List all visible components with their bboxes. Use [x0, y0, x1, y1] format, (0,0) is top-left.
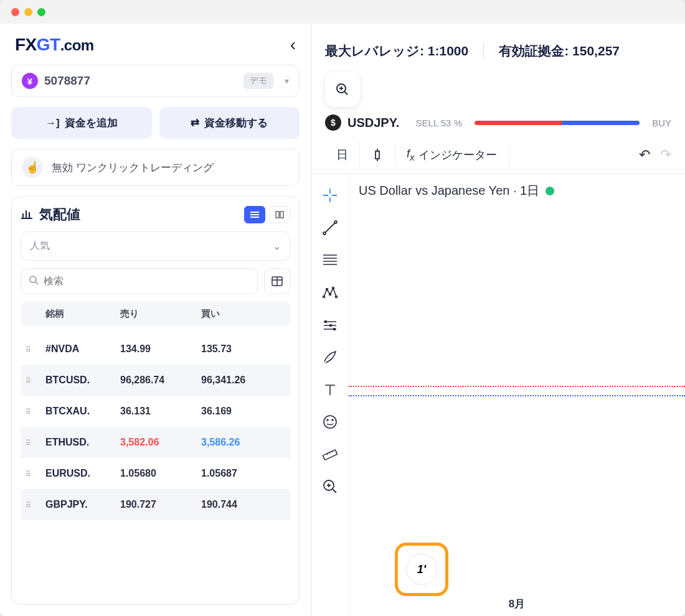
chart-toolbar: 日 fx インジケーター ↶ ↷: [311, 137, 685, 174]
move-funds-button[interactable]: ⇄ 資金移動する: [159, 107, 300, 139]
watchlist-title: 気配値: [39, 205, 80, 224]
text-tool-icon[interactable]: [319, 379, 341, 400]
demo-badge: デモ: [243, 73, 273, 89]
table-row[interactable]: ⠿ETHUSD.3,582.063,586.26: [21, 427, 290, 458]
collapse-sidebar-icon[interactable]: ‹: [290, 35, 296, 55]
minimize-window-icon[interactable]: [24, 8, 32, 16]
category-dropdown[interactable]: 人気 ⌄: [21, 231, 290, 261]
zoom-tool-icon[interactable]: [319, 476, 341, 497]
currency-yen-icon: ¥: [22, 73, 38, 89]
svg-point-16: [324, 416, 336, 428]
brand-logo: FXGT.com: [15, 35, 94, 55]
drawing-tools-rail: [311, 174, 349, 616]
pointer-icon: ☝: [22, 157, 43, 178]
drag-handle-icon[interactable]: ⠿: [26, 470, 30, 478]
drag-handle-icon[interactable]: ⠿: [26, 345, 30, 354]
sentiment-bar: [475, 121, 640, 125]
svg-point-13: [324, 321, 326, 323]
chart-type-button[interactable]: [360, 143, 395, 167]
buy-sentiment: BUY: [652, 118, 671, 128]
sidebar: FXGT.com ‹ ¥ 5078877 デモ ▾ →] 資金を追加 ⇄ 資金移…: [0, 24, 311, 616]
bid-line: [349, 395, 685, 396]
svg-point-14: [329, 325, 331, 327]
fib-tool-icon[interactable]: [319, 250, 341, 271]
svg-rect-1: [280, 212, 283, 218]
chart-panel: 最大レバレッジ: 1:1000 有効証拠金: 150,257 $ USDJPY.…: [311, 24, 685, 616]
svg-point-7: [334, 221, 337, 223]
maximize-window-icon[interactable]: [37, 8, 45, 16]
undo-button[interactable]: ↶: [639, 147, 650, 163]
timeframe-button[interactable]: 日: [325, 142, 360, 168]
watchlist-panel: 気配値 人気 ⌄: [11, 196, 300, 605]
ruler-tool-icon[interactable]: [319, 444, 341, 465]
search-icon: [29, 275, 39, 287]
trendline-tool-icon[interactable]: [319, 217, 341, 238]
crosshair-tool-icon[interactable]: [319, 185, 341, 206]
svg-point-18: [332, 419, 333, 421]
oneclick-trading-toggle[interactable]: ☝ 無効 ワンクリックトレーディング: [11, 149, 300, 186]
grid-view-button[interactable]: [269, 206, 290, 223]
dollar-icon: $: [325, 114, 341, 131]
list-view-button[interactable]: [244, 206, 265, 223]
instrument-header: $ USDJPY. SELL 53 % BUY: [311, 114, 685, 137]
chart-canvas[interactable]: US Dollar vs Japanese Yen · 1日 1' 8月: [349, 174, 685, 616]
chart-title: US Dollar vs Japanese Yen · 1日: [354, 182, 680, 199]
svg-point-6: [323, 232, 326, 235]
svg-rect-5: [376, 151, 379, 159]
table-settings-button[interactable]: [264, 268, 290, 294]
search-input-wrap: [21, 268, 258, 294]
instrument-symbol: USDJPY.: [347, 116, 399, 130]
drag-handle-icon[interactable]: ⠿: [26, 439, 30, 447]
brush-tool-icon[interactable]: [319, 347, 341, 368]
account-selector[interactable]: ¥ 5078877 デモ ▾: [11, 65, 300, 97]
x-axis-label: 8月: [509, 597, 525, 611]
svg-point-2: [30, 276, 36, 282]
transfer-icon: ⇄: [191, 116, 199, 129]
chevron-down-icon: ▾: [285, 76, 289, 86]
table-row[interactable]: ⠿BTCUSD.96,286.7496,341.26: [21, 365, 290, 396]
svg-point-17: [327, 419, 328, 421]
watchlist-header-row: 銘柄 売り 買い: [21, 302, 290, 326]
table-row[interactable]: ⠿EURUSD.1.056801.05687: [21, 458, 290, 489]
search-input[interactable]: [44, 276, 250, 287]
bars-icon: [21, 208, 33, 222]
account-number: 5078877: [44, 74, 237, 88]
pattern-tool-icon[interactable]: [319, 282, 341, 303]
market-open-icon: [546, 187, 554, 195]
forecast-tool-icon[interactable]: [319, 314, 341, 335]
add-funds-button[interactable]: →] 資金を追加: [11, 107, 152, 139]
close-window-icon[interactable]: [11, 8, 19, 16]
table-row[interactable]: ⠿#NVDA134.99135.73: [21, 334, 290, 365]
symbol-search-button[interactable]: [325, 72, 360, 107]
deposit-icon: →]: [45, 117, 60, 129]
tradingview-icon: 1': [406, 554, 437, 585]
drag-handle-icon[interactable]: ⠿: [26, 501, 30, 510]
emoji-tool-icon[interactable]: [319, 411, 341, 432]
sell-sentiment: SELL 53 %: [415, 118, 462, 128]
drag-handle-icon[interactable]: ⠿: [26, 408, 30, 416]
table-row[interactable]: ⠿GBPJPY.190.727190.744: [21, 489, 290, 520]
indicator-button[interactable]: fx インジケーター: [395, 142, 509, 167]
window-titlebar: [0, 0, 685, 24]
chevron-down-icon: ⌄: [273, 240, 281, 252]
svg-point-15: [333, 329, 335, 330]
svg-rect-0: [276, 212, 279, 218]
redo-button[interactable]: ↷: [660, 147, 671, 163]
svg-rect-19: [323, 450, 337, 460]
drag-handle-icon[interactable]: ⠿: [26, 376, 30, 385]
account-info-bar: 最大レバレッジ: 1:1000 有効証拠金: 150,257: [311, 35, 685, 71]
table-row[interactable]: ⠿BTCXAU.36.13136.169: [21, 396, 290, 427]
ask-line: [349, 386, 685, 387]
tradingview-logo-highlight[interactable]: 1': [395, 543, 448, 596]
